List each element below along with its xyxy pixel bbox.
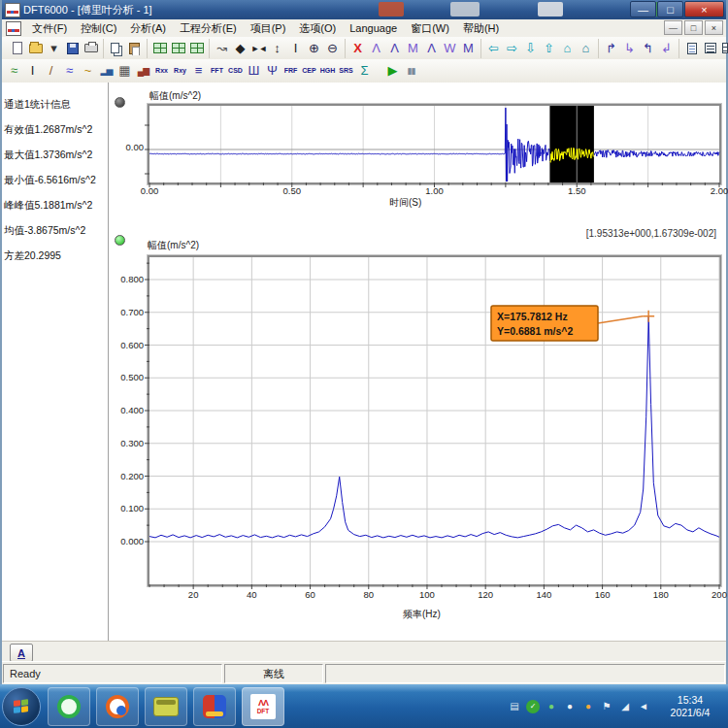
action-center-flag-icon[interactable]: ⚑ xyxy=(600,700,613,713)
volume-icon[interactable]: ◄ xyxy=(637,700,650,713)
pinyin-icon[interactable]: ● xyxy=(581,700,595,713)
annotate-3-button[interactable]: ↰ xyxy=(639,39,657,58)
nav-up-button[interactable]: ⇧ xyxy=(540,39,558,58)
window-layout-1-button[interactable] xyxy=(150,39,169,58)
curve-style-2-button[interactable]: Λ xyxy=(385,39,404,58)
start-analysis-button[interactable]: ▶ xyxy=(383,61,402,81)
copy-button[interactable] xyxy=(107,39,125,58)
free-cursor-button[interactable]: ↝ xyxy=(213,39,231,58)
delete-curve-button[interactable]: X xyxy=(348,39,367,58)
srs-button[interactable]: SRS xyxy=(337,61,355,81)
close-button[interactable]: × xyxy=(684,1,724,17)
minimize-button[interactable]: — xyxy=(630,1,656,17)
histogram-button[interactable]: ▂▅ xyxy=(97,61,116,81)
bar-stat-button[interactable]: ▄▆ xyxy=(134,61,152,81)
fft-button[interactable]: FFT xyxy=(208,61,226,81)
window-layout-3-button[interactable] xyxy=(187,39,206,58)
pen-button[interactable]: / xyxy=(42,61,60,81)
peak-cursors-button[interactable]: ►◄ xyxy=(249,39,268,58)
menu-item-2[interactable]: 分析(A) xyxy=(123,20,173,37)
start-button[interactable] xyxy=(2,687,41,726)
auto-correlation-button[interactable]: Rxx xyxy=(152,61,171,81)
annotate-2-button[interactable]: ↳ xyxy=(620,39,639,58)
menu-item-3[interactable]: 工程分析(E) xyxy=(173,20,244,37)
nav-left-button[interactable]: ⇦ xyxy=(484,39,503,58)
windows-flag-icon xyxy=(14,699,29,714)
open-dropdown-button[interactable]: ▾ xyxy=(45,39,63,58)
harmonic-cursor-button[interactable]: Ι xyxy=(286,39,305,58)
curve-style-6-button[interactable]: M xyxy=(459,39,478,58)
time-waveform-plot[interactable] xyxy=(148,104,721,184)
antivirus-shield-icon[interactable]: ✓ xyxy=(526,700,540,713)
report-view-button[interactable] xyxy=(682,39,701,58)
app-360-taskbar-button[interactable] xyxy=(48,687,90,726)
ime-keyboard-icon[interactable]: ▤ xyxy=(508,700,521,713)
sum-button[interactable]: Σ xyxy=(355,61,374,81)
open-file-button[interactable] xyxy=(26,39,45,58)
csd-button[interactable]: CSD xyxy=(226,61,245,81)
frequency-spectrum-plot[interactable]: X=175.7812 HzY=0.6881 m/s^2 xyxy=(148,255,721,586)
home-view-button[interactable]: ⌂ xyxy=(558,39,577,58)
save-file-button[interactable] xyxy=(63,39,82,58)
stats-header: 通道1统计信息 xyxy=(2,94,108,119)
nav-down-button[interactable]: ⇩ xyxy=(521,39,540,58)
time-average-button[interactable]: ≡ xyxy=(189,61,208,81)
taskbar-clock[interactable]: 15:34 2021/6/4 xyxy=(660,694,720,719)
hgh-button[interactable]: HGH xyxy=(318,61,337,81)
curve-style-5-button[interactable]: W xyxy=(441,39,459,58)
cep-button[interactable]: CEP xyxy=(300,61,318,81)
titlebar[interactable]: DFT6000 - [傅里叶分析 - 1] — □ × xyxy=(2,0,726,19)
updater-icon[interactable]: ● xyxy=(563,700,577,713)
frf-button[interactable]: FRF xyxy=(281,61,300,81)
app-reader-taskbar-button[interactable] xyxy=(193,687,236,726)
cursor-text-button[interactable]: I xyxy=(23,61,42,81)
marker-diamond-button[interactable]: ◆ xyxy=(231,39,249,58)
cursor-text-icon: I xyxy=(31,61,35,81)
fit-curve-button[interactable]: ≈ xyxy=(5,61,23,81)
print-button[interactable] xyxy=(82,39,100,58)
mdi-close-button[interactable]: × xyxy=(705,20,723,35)
stop-analysis-button[interactable]: ▮▮ xyxy=(402,61,420,81)
full-view-button[interactable]: ⌂ xyxy=(577,39,595,58)
menu-item-1[interactable]: 控制(C) xyxy=(74,20,123,37)
curve-style-4-button[interactable]: Λ xyxy=(422,39,441,58)
curve-style-4-icon: Λ xyxy=(427,39,436,58)
zoom-out-button[interactable]: ⊖ xyxy=(323,39,342,58)
cross-correlation-button[interactable]: Rxy xyxy=(171,61,189,81)
menu-item-6[interactable]: Language xyxy=(343,20,404,37)
menu-item-0[interactable]: 文件(F) xyxy=(25,20,74,37)
mdi-minimize-button[interactable]: — xyxy=(664,20,682,35)
spectrum-lines-button[interactable]: Ψ xyxy=(263,61,281,81)
paste-button[interactable] xyxy=(125,39,144,58)
hgh-icon: HGH xyxy=(320,61,336,81)
matrix-button[interactable]: ▦ xyxy=(116,61,134,81)
zoom-in-button[interactable]: ⊕ xyxy=(305,39,323,58)
wave-pair-button[interactable]: ≈ xyxy=(60,61,79,81)
menu-item-8[interactable]: 帮助(H) xyxy=(456,20,506,37)
app-media-taskbar-button[interactable] xyxy=(145,687,187,726)
window-layout-2-button[interactable] xyxy=(169,39,187,58)
menu-item-7[interactable]: 窗口(W) xyxy=(404,20,456,37)
stat-line: 最大值1.3736m/s^2 xyxy=(2,145,108,170)
network-icon[interactable]: ◢ xyxy=(618,700,632,713)
annotation-text-button[interactable]: A xyxy=(10,644,33,662)
annotate-3-icon: ↰ xyxy=(643,39,653,58)
messenger-icon[interactable]: ● xyxy=(545,700,558,713)
filter-comb-button[interactable]: Ш xyxy=(245,61,263,81)
annotate-1-button[interactable]: ↱ xyxy=(602,39,620,58)
vertical-expand-button[interactable]: ↕ xyxy=(268,39,286,58)
annotate-4-button[interactable]: ↲ xyxy=(657,39,676,58)
curve-style-1-button[interactable]: Λ xyxy=(367,39,385,58)
list-view-button[interactable] xyxy=(701,39,719,58)
curve-style-3-button[interactable]: M xyxy=(404,39,422,58)
menu-item-5[interactable]: 选项(O) xyxy=(292,20,343,37)
envelope-button[interactable]: ~ xyxy=(79,61,97,81)
table-view-button[interactable] xyxy=(719,39,728,58)
app-dft-taskbar-button[interactable]: ΛΛDFT xyxy=(242,687,284,726)
mdi-restore-button[interactable]: □ xyxy=(684,20,703,35)
new-file-button[interactable] xyxy=(8,39,26,58)
app-browser-taskbar-button[interactable] xyxy=(96,687,139,726)
menu-item-4[interactable]: 项目(P) xyxy=(244,20,293,37)
maximize-button[interactable]: □ xyxy=(657,1,683,17)
nav-right-button[interactable]: ⇨ xyxy=(503,39,521,58)
